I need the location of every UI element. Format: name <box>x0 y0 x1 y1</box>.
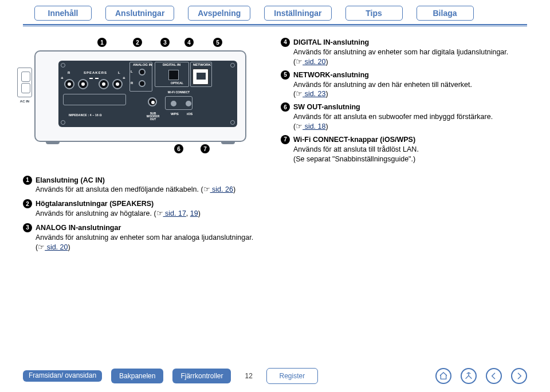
hand-icon: ☞ <box>203 185 210 193</box>
nav-remote[interactable]: Fjärrkontroller <box>172 369 231 383</box>
label-l: L <box>118 71 120 74</box>
minus-icon <box>89 78 93 79</box>
callout-5: 5 <box>213 38 222 47</box>
desc-item-2: 2 Högtalaranslutningar (SPEAKERS) Använd… <box>23 199 550 219</box>
label-subwoofer-out: SUB WOOFER OUT <box>143 112 163 121</box>
label-network: NETWORK <box>193 63 211 66</box>
callout-4: 4 <box>184 38 194 47</box>
desc-body: Används för att ansluta en subwoofer med… <box>293 113 493 121</box>
diagram-column: 1 2 3 4 5 AC IN ANALOG IN DIGITAL IN NET… <box>34 38 264 168</box>
ref-suffix: ) <box>325 122 328 130</box>
screw-icon <box>61 120 65 125</box>
desc-body: Används för anslutning av enheter som ha… <box>36 233 253 241</box>
ref-suffix: ) <box>233 185 235 193</box>
page-ref-link[interactable]: sid. 18 <box>302 122 325 130</box>
screw-icon <box>61 63 65 68</box>
left-descriptions: 1 Elanslutning (AC IN) Används för att a… <box>23 176 550 252</box>
device-rear-panel: AC IN ANALOG IN DIGITAL IN NETWORK SPEAK… <box>34 50 246 142</box>
desc-title: DIGITAL IN-anslutning <box>293 38 369 46</box>
page-ref-link[interactable]: sid. 20 <box>302 58 325 66</box>
tab-avspelning[interactable]: Avspelning <box>188 6 250 21</box>
hand-icon: ☞ <box>38 243 45 251</box>
speaker-terminal <box>99 79 109 89</box>
page-number: 12 <box>245 372 252 380</box>
bullet-5: 5 <box>281 70 290 80</box>
ref-suffix: ) <box>325 58 328 66</box>
callout-3: 3 <box>160 38 170 47</box>
subwoofer-terminal <box>148 97 157 106</box>
right-descriptions: 4 DIGITAL IN-anslutning Används för ansl… <box>281 38 527 168</box>
wps-button-icon <box>171 101 176 106</box>
back-to-top-icon[interactable] <box>461 368 477 384</box>
rear-panel-plate: ANALOG IN DIGITAL IN NETWORK SPEAKERS R … <box>58 61 237 127</box>
desc-title: SW OUT-anslutning <box>293 103 360 111</box>
bullet-3: 3 <box>23 223 32 232</box>
page-ref-link[interactable]: sid. 26 <box>210 185 233 193</box>
bullet-2: 2 <box>23 199 32 208</box>
label-ios: iOS <box>187 112 192 116</box>
page-ref-link[interactable]: sid. 20 <box>45 243 68 251</box>
top-nav: Innehåll Anslutningar Avspelning Inställ… <box>0 0 550 24</box>
next-page-icon[interactable] <box>511 368 527 384</box>
callout-6: 6 <box>174 144 183 153</box>
minus-icon <box>95 78 99 79</box>
bullet-7: 7 <box>281 135 290 144</box>
label-optical: OPTICAL <box>171 81 183 85</box>
prev-page-icon[interactable] <box>486 368 502 384</box>
desc-body: Används för anslutning av den här enhete… <box>293 81 472 89</box>
label-speakers: SPEAKERS <box>84 71 107 74</box>
page-ref-link[interactable]: 19 <box>190 209 198 217</box>
home-icon[interactable] <box>435 368 451 384</box>
label-digital-in: DIGITAL IN <box>163 63 180 66</box>
ac-in-label: AC IN <box>16 100 33 103</box>
page-ref-link[interactable]: sid. 23 <box>302 90 325 98</box>
rca-r <box>139 80 146 87</box>
callout-1: 1 <box>97 38 107 47</box>
label-r2: R <box>131 81 133 85</box>
page-ref-link[interactable]: sid. 17 <box>163 209 186 217</box>
plus-icon: + <box>123 76 125 81</box>
hand-icon: ☞ <box>296 58 302 66</box>
desc-item-7: 7 Wi-Fi CONNECT-knappar (iOS/WPS) Använd… <box>281 135 527 164</box>
hand-icon: ☞ <box>156 209 163 217</box>
hand-icon: ☞ <box>296 122 302 130</box>
tab-tips[interactable]: Tips <box>345 6 403 21</box>
callout-2: 2 <box>133 38 142 47</box>
bottom-nav: Framsidan/ ovansidan Bakpanelen Fjärrkon… <box>0 368 550 384</box>
ref-suffix: ) <box>68 243 70 251</box>
ios-button-icon <box>186 101 191 106</box>
desc-body: Används för att ansluta den medföljande … <box>36 185 203 193</box>
tab-anslutningar[interactable]: Anslutningar <box>105 6 174 21</box>
callouts-top: 1 2 3 4 5 <box>97 38 264 47</box>
speaker-terminal <box>78 79 88 89</box>
label-analog-in: ANALOG IN <box>133 63 152 66</box>
desc-body: Används för att ansluta till trådlöst LA… <box>293 145 419 153</box>
label-l2: L <box>131 70 133 73</box>
label-r: R <box>68 71 70 74</box>
foot-right <box>221 141 235 144</box>
desc-body: Används för anslutning av enheter som ha… <box>293 48 508 56</box>
rca-l <box>139 69 146 76</box>
speaker-bar <box>63 94 126 105</box>
optical-port <box>168 70 179 80</box>
tab-innehall[interactable]: Innehåll <box>34 6 92 21</box>
nav-front-top[interactable]: Framsidan/ ovansidan <box>23 370 102 381</box>
bullet-4: 4 <box>281 38 290 47</box>
tab-installningar[interactable]: Inställningar <box>264 6 331 21</box>
desc-item-6: 6 SW OUT-anslutning Används för att ansl… <box>281 102 527 132</box>
tab-bilaga[interactable]: Bilaga <box>417 6 474 21</box>
label-wps: WPS <box>171 112 179 116</box>
label-impedance: IMPEDANCE : 4 – 16 Ω <box>69 113 102 117</box>
desc-note: (Se separat "Snabbinställningsguide".) <box>293 155 415 163</box>
desc-title: ANALOG IN-anslutningar <box>36 224 121 232</box>
nav-back-panel[interactable]: Bakpanelen <box>111 369 163 383</box>
nav-register[interactable]: Register <box>266 368 318 384</box>
desc-title: NETWORK-anslutning <box>293 71 369 79</box>
desc-item-5: 5 NETWORK-anslutning Används för anslutn… <box>281 70 527 100</box>
ethernet-port <box>192 69 209 85</box>
ref-suffix: ) <box>198 209 201 217</box>
hand-icon: ☞ <box>296 90 302 98</box>
desc-item-1: 1 Elanslutning (AC IN) Används för att a… <box>23 176 550 195</box>
desc-item-3: 3 ANALOG IN-anslutningar Används för ans… <box>23 223 550 252</box>
desc-title: Högtalaranslutningar (SPEAKERS) <box>36 200 154 208</box>
